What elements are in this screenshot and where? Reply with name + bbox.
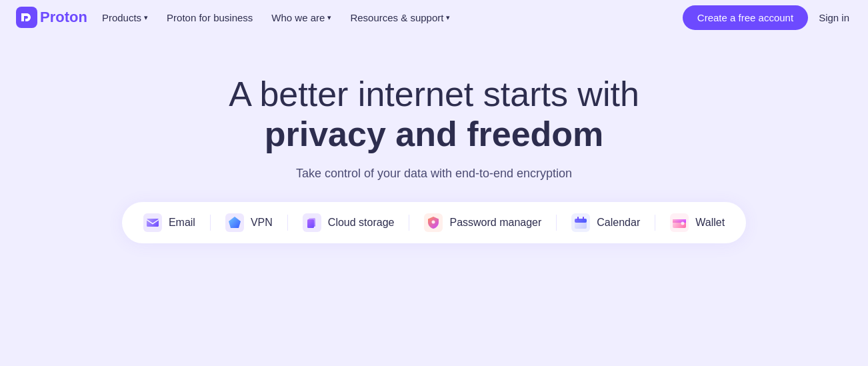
- chevron-down-icon: ▾: [327, 13, 331, 22]
- svg-rect-17: [673, 219, 686, 221]
- product-bar: Email VPN: [122, 202, 746, 243]
- navbar: Proton Products ▾ Proton for business Wh…: [0, 0, 868, 35]
- svg-rect-6: [307, 219, 314, 228]
- svg-rect-13: [583, 217, 584, 220]
- hero-section: A better internet starts with privacy an…: [0, 35, 868, 243]
- pass-label: Password manager: [449, 217, 541, 229]
- vpn-label: VPN: [251, 217, 273, 229]
- hero-heading: A better internet starts with privacy an…: [229, 75, 639, 155]
- product-pass[interactable]: Password manager: [409, 213, 556, 232]
- nav-products[interactable]: Products ▾: [93, 7, 157, 29]
- email-icon: [143, 213, 162, 232]
- svg-rect-0: [16, 7, 37, 28]
- hero-heading-line1: A better internet starts with: [229, 75, 639, 115]
- logo[interactable]: Proton: [16, 7, 87, 28]
- nav-links: Products ▾ Proton for business Who we ar…: [93, 7, 683, 29]
- product-calendar[interactable]: Calendar: [557, 213, 655, 232]
- logo-text: Proton: [40, 9, 87, 26]
- vpn-icon: [225, 213, 244, 232]
- nav-business[interactable]: Proton for business: [157, 7, 262, 29]
- drive-label: Cloud storage: [328, 217, 395, 229]
- create-account-button[interactable]: Create a free account: [683, 5, 808, 30]
- email-label: Email: [169, 217, 195, 229]
- svg-point-18: [681, 221, 685, 225]
- product-email[interactable]: Email: [143, 213, 210, 232]
- pass-icon: [424, 213, 443, 232]
- product-drive[interactable]: Cloud storage: [288, 213, 409, 232]
- product-wallet[interactable]: Wallet: [655, 213, 725, 232]
- product-vpn[interactable]: VPN: [211, 213, 287, 232]
- wallet-label: Wallet: [695, 217, 725, 229]
- nav-resources[interactable]: Resources & support ▾: [341, 7, 459, 29]
- sign-in-button[interactable]: Sign in: [816, 7, 852, 29]
- drive-icon: [303, 213, 321, 232]
- nav-actions: Create a free account Sign in: [683, 5, 852, 30]
- chevron-down-icon: ▾: [144, 13, 148, 22]
- svg-rect-12: [577, 217, 579, 220]
- svg-rect-11: [575, 219, 587, 223]
- calendar-label: Calendar: [597, 217, 640, 229]
- nav-who-we-are[interactable]: Who we are ▾: [262, 7, 341, 29]
- wallet-icon: [670, 213, 689, 232]
- hero-heading-line2: privacy and freedom: [229, 115, 639, 155]
- svg-point-8: [432, 220, 435, 223]
- chevron-down-icon: ▾: [446, 13, 450, 22]
- calendar-icon: [571, 213, 590, 232]
- hero-subheading: Take control of your data with end-to-en…: [296, 167, 572, 181]
